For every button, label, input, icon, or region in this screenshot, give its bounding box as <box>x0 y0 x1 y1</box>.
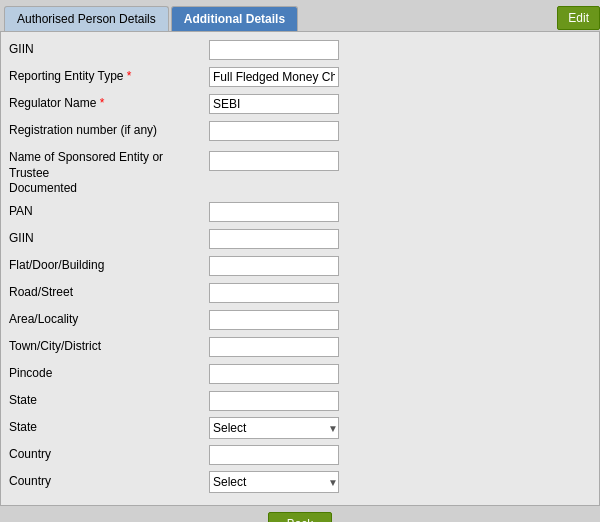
label-reporting-entity-type: Reporting Entity Type * <box>9 69 209 85</box>
page-container: Authorised Person Details Additional Det… <box>0 0 600 522</box>
row-country-input: Country <box>9 443 591 467</box>
row-area-locality: Area/Locality <box>9 308 591 332</box>
label-country-select: Country <box>9 474 209 490</box>
state-select-wrapper: Select ▼ <box>209 417 344 439</box>
input-country[interactable] <box>209 445 339 465</box>
label-registration-number: Registration number (if any) <box>9 123 209 139</box>
input-town-city-district[interactable] <box>209 337 339 357</box>
row-reporting-entity-type: Reporting Entity Type * <box>9 65 591 89</box>
input-reporting-entity-type[interactable] <box>209 67 339 87</box>
label-state-select: State <box>9 420 209 436</box>
input-road-street[interactable] <box>209 283 339 303</box>
label-flat-door-building: Flat/Door/Building <box>9 258 209 274</box>
edit-button[interactable]: Edit <box>557 6 600 30</box>
row-giin-1: GIIN <box>9 38 591 62</box>
input-giin-2[interactable] <box>209 229 339 249</box>
tab-authorised-person-label: Authorised Person Details <box>17 12 156 26</box>
select-country[interactable]: Select <box>209 471 339 493</box>
tabs-bar: Authorised Person Details Additional Det… <box>0 0 600 31</box>
row-road-street: Road/Street <box>9 281 591 305</box>
input-pincode[interactable] <box>209 364 339 384</box>
label-area-locality: Area/Locality <box>9 312 209 328</box>
select-state[interactable]: Select <box>209 417 339 439</box>
row-country-select: Country Select ▼ <box>9 470 591 494</box>
input-regulator-name[interactable] <box>209 94 339 114</box>
tab-authorised-person[interactable]: Authorised Person Details <box>4 6 169 31</box>
row-town-city-district: Town/City/District <box>9 335 591 359</box>
label-regulator-name: Regulator Name * <box>9 96 209 112</box>
input-sponsored-entity[interactable] <box>209 151 339 171</box>
row-giin-2: GIIN <box>9 227 591 251</box>
row-regulator-name: Regulator Name * <box>9 92 591 116</box>
row-flat-door-building: Flat/Door/Building <box>9 254 591 278</box>
country-select-wrapper: Select ▼ <box>209 471 344 493</box>
row-pincode: Pincode <box>9 362 591 386</box>
row-pan: PAN <box>9 200 591 224</box>
label-country-input: Country <box>9 447 209 463</box>
row-sponsored-entity: Name of Sponsored Entity or TrusteeDocum… <box>9 146 591 197</box>
input-pan[interactable] <box>209 202 339 222</box>
label-state-input: State <box>9 393 209 409</box>
row-state-select: State Select ▼ <box>9 416 591 440</box>
tab-additional-details[interactable]: Additional Details <box>171 6 298 31</box>
back-button[interactable]: Back <box>268 512 333 522</box>
input-giin-1[interactable] <box>209 40 339 60</box>
input-area-locality[interactable] <box>209 310 339 330</box>
footer: Back <box>0 506 600 522</box>
form-area: GIIN Reporting Entity Type * Regulator N… <box>0 31 600 506</box>
label-pincode: Pincode <box>9 366 209 382</box>
input-state[interactable] <box>209 391 339 411</box>
input-registration-number[interactable] <box>209 121 339 141</box>
label-sponsored-entity: Name of Sponsored Entity or TrusteeDocum… <box>9 148 209 197</box>
label-giin-1: GIIN <box>9 42 209 58</box>
row-state-input: State <box>9 389 591 413</box>
tab-additional-details-label: Additional Details <box>184 12 285 26</box>
label-pan: PAN <box>9 204 209 220</box>
input-flat-door-building[interactable] <box>209 256 339 276</box>
label-town-city-district: Town/City/District <box>9 339 209 355</box>
label-giin-2: GIIN <box>9 231 209 247</box>
label-road-street: Road/Street <box>9 285 209 301</box>
row-registration-number: Registration number (if any) <box>9 119 591 143</box>
